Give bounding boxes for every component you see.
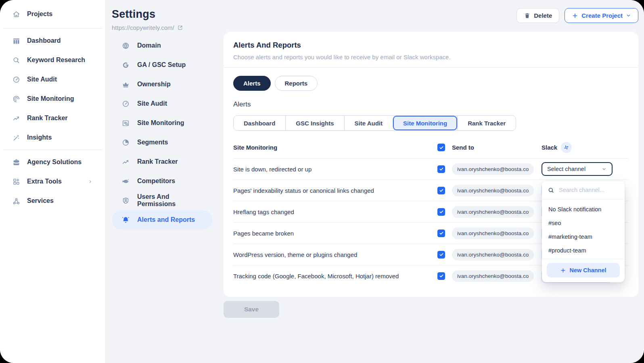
rank-tracker-icon: [12, 114, 21, 123]
site-audit-icon: [12, 75, 21, 84]
subnav-item-users-and-permissions[interactable]: Users And Permissions: [112, 191, 213, 210]
sidebar-item-keyword-research[interactable]: Keyword Research: [0, 50, 105, 70]
sidebar-item-site-monitoring[interactable]: Site Monitoring: [0, 89, 105, 108]
app-window: Projects DashboardKeyword ResearchSite A…: [0, 0, 644, 363]
subnav-item-alerts-and-reports[interactable]: Alerts and Reports: [112, 210, 213, 229]
sidebar-item-dashboard[interactable]: Dashboard: [0, 31, 105, 50]
tab-alerts[interactable]: Alerts: [233, 76, 271, 91]
dropdown-footer: New Channel: [542, 259, 625, 282]
chevron-right-icon: [87, 179, 93, 185]
subnav-item-rank-tracker[interactable]: Rank Tracker: [112, 152, 213, 171]
project-url-link[interactable]: https://copywritely.com/: [112, 24, 183, 31]
sidebar-item-label: Site Audit: [27, 76, 57, 83]
sidebar-item-insights[interactable]: Insights: [0, 128, 105, 147]
home-icon: [12, 10, 21, 19]
panel-header: Alerts And Reports Choose alerts and rep…: [224, 32, 638, 68]
send-to-checkbox[interactable]: [437, 251, 445, 259]
fish-icon: [121, 177, 130, 186]
table-header: Site Monitoring Send to Slack: [233, 142, 629, 159]
subnav-item-label: Rank Tracker: [137, 158, 178, 165]
send-to-checkbox[interactable]: [437, 208, 445, 216]
select-channel-dropdown[interactable]: Select channel: [542, 162, 613, 176]
send-to-checkbox[interactable]: [437, 272, 445, 280]
new-channel-label: New Channel: [569, 267, 606, 273]
sidebar-item-label: Dashboard: [27, 37, 61, 44]
alert-row-label: Site is down, redirected or up: [233, 166, 433, 173]
channel-option[interactable]: No Slack notification: [542, 202, 625, 216]
main-area: Settings https://copywritely.com/ Delete…: [106, 0, 644, 363]
column-header-slack: Slack: [542, 142, 613, 153]
column-header-send-to: Send to: [452, 144, 537, 151]
email-recipient-chip: ivan.oryshchenko@boosta.co: [452, 185, 534, 196]
sidebar-item-extra-tools[interactable]: Extra Tools: [0, 172, 105, 191]
panel-subtitle: Choose alerts and reports you would like…: [233, 54, 629, 60]
channel-options: No Slack notification#seo#marketing-team…: [542, 199, 625, 259]
divider: [3, 150, 102, 150]
create-project-button[interactable]: Create Project: [565, 8, 638, 23]
page-title: Settings: [112, 8, 183, 21]
monitor-search-icon: [121, 119, 130, 127]
subnav-item-segments[interactable]: Segments: [112, 133, 213, 152]
sidebar-item-site-audit[interactable]: Site Audit: [0, 70, 105, 89]
subnav-item-label: Site Monitoring: [137, 119, 184, 127]
pie-chart-icon: [121, 138, 130, 147]
sidebar-item-rank-tracker[interactable]: Rank Tracker: [0, 108, 105, 128]
subnav-item-ga-gsc-setup[interactable]: GA / GSC Setup: [112, 55, 213, 75]
send-to-all-checkbox[interactable]: [437, 144, 445, 151]
alert-row-label: Pages' indexability status or canonical …: [233, 187, 433, 194]
channel-option[interactable]: #product-team: [542, 244, 625, 257]
sidebar-item-label: Agency Solutions: [27, 159, 82, 166]
send-to-checkbox[interactable]: [437, 229, 445, 237]
subnav-item-site-audit[interactable]: Site Audit: [112, 94, 213, 113]
subnav-item-label: Site Audit: [137, 100, 167, 107]
panel-body: AlertsReports Alerts DashboardGSC Insigh…: [224, 68, 638, 297]
tab-reports[interactable]: Reports: [275, 76, 318, 91]
google-g-icon: [121, 61, 130, 69]
alert-tab-site-audit[interactable]: Site Audit: [344, 116, 393, 130]
alert-tab-site-monitoring[interactable]: Site Monitoring: [393, 116, 457, 130]
slack-icon[interactable]: [561, 142, 572, 153]
create-project-label: Create Project: [581, 12, 623, 19]
user-shield-icon: [121, 196, 130, 205]
alert-tab-rank-tracker[interactable]: Rank Tracker: [457, 116, 516, 130]
sidebar-item-label: Projects: [27, 10, 52, 18]
channel-option[interactable]: #marketing-team: [542, 230, 625, 244]
subnav-item-competitors[interactable]: Competitors: [112, 171, 213, 191]
delete-button[interactable]: Delete: [516, 8, 559, 23]
page-header: Settings https://copywritely.com/ Delete…: [112, 5, 638, 31]
email-cell: ivan.oryshchenko@boosta.co: [452, 185, 537, 196]
header-actions: Delete Create Project: [516, 8, 638, 23]
save-button[interactable]: Save: [224, 301, 279, 318]
search-icon: [548, 187, 554, 194]
sidebar-item-label: Site Monitoring: [27, 95, 74, 102]
subnav-item-site-monitoring[interactable]: Site Monitoring: [112, 113, 213, 133]
channel-search-input[interactable]: [558, 186, 619, 194]
subnav-item-label: Domain: [137, 42, 161, 49]
sidebar-item-agency-solutions[interactable]: Agency Solutions: [0, 152, 105, 172]
sidebar-item-projects[interactable]: Projects: [0, 2, 105, 26]
subnav-item-label: Segments: [137, 139, 168, 146]
sidebar-item-services[interactable]: Services: [0, 191, 105, 211]
bell-icon: [121, 216, 130, 224]
email-cell: ivan.oryshchenko@boosta.co: [452, 249, 537, 261]
alert-tab-gsc-insights[interactable]: GSC Insights: [285, 116, 344, 130]
channel-option[interactable]: #seo: [542, 216, 625, 230]
globe-icon: [121, 42, 130, 50]
subnav-item-label: Alerts and Reports: [137, 216, 195, 223]
sidebar-item-label: Services: [27, 197, 54, 204]
subnav-item-ownership[interactable]: Ownership: [112, 75, 213, 94]
agency-briefcase-icon: [12, 158, 21, 167]
send-to-checkbox[interactable]: [437, 187, 445, 194]
new-channel-button[interactable]: New Channel: [547, 263, 620, 277]
keyword-research-icon: [12, 56, 21, 65]
email-recipient-chip: ivan.oryshchenko@boosta.co: [452, 206, 534, 218]
chevron-down-sm-icon: [601, 166, 607, 172]
send-to-checkbox[interactable]: [437, 165, 445, 173]
gauge-icon: [121, 100, 130, 108]
subnav-item-label: Competitors: [137, 177, 175, 185]
email-recipient-chip: ivan.oryshchenko@boosta.co: [452, 270, 534, 282]
alert-tab-dashboard[interactable]: Dashboard: [234, 116, 285, 130]
alert-row-label: Tracking code (Google, Facebook, Microso…: [233, 273, 433, 280]
sidebar-item-label: Keyword Research: [27, 56, 85, 64]
subnav-item-domain[interactable]: Domain: [112, 36, 213, 55]
